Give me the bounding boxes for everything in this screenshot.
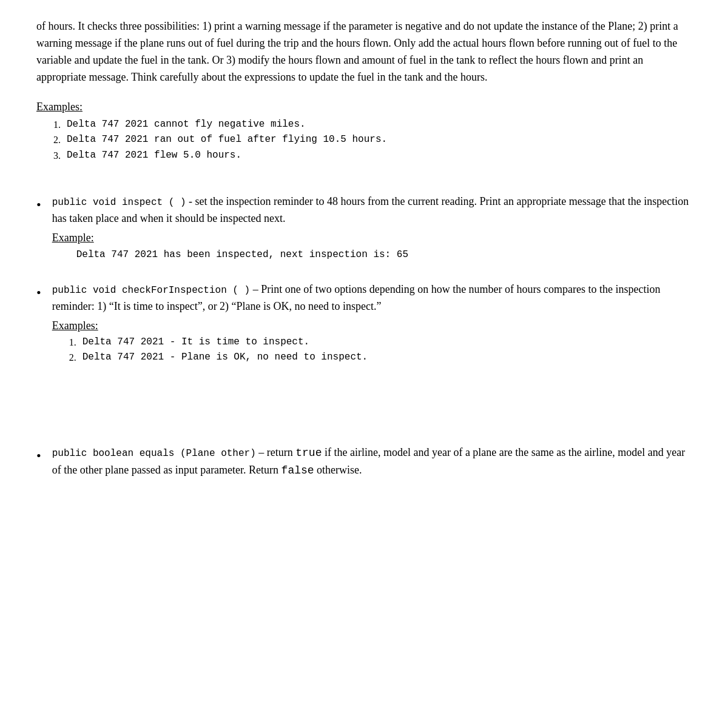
intro-examples-section: Examples: 1. Delta 747 2021 cannot fly n… [36,101,692,164]
list-item: 1. Delta 747 2021 - It is time to inspec… [64,335,692,350]
checkForInspection-signature: public void checkForInspection ( ) [52,285,250,296]
list-text: Delta 747 2021 - It is time to inspect. [83,335,309,350]
inspect-signature: public void inspect ( ) [52,197,186,208]
equals-dash: – [258,446,267,458]
bullet-dot-checkForInspection: • [36,283,41,303]
content-wrapper: of hours. It checks three possibilities:… [36,18,692,482]
checkForInspection-example-label: Examples: [52,318,692,335]
bullet-content-inspect: public void inspect ( ) - set the inspec… [52,193,692,263]
intro-paragraph: of hours. It checks three possibilities:… [36,18,692,86]
intro-examples-label: Examples: [36,101,692,113]
equals-text-3: otherwise. [314,464,362,476]
inspect-description: public void inspect ( ) - set the inspec… [52,193,692,227]
bullet-dot-equals: • [36,446,41,466]
equals-description: public boolean equals (Plane other) – re… [52,444,692,480]
intro-examples-list: 1. Delta 747 2021 cannot fly negative mi… [49,117,692,164]
list-item: 1. Delta 747 2021 cannot fly negative mi… [49,117,692,133]
list-item: 3. Delta 747 2021 flew 5.0 hours. [49,148,692,164]
bullet-inspect: • public void inspect ( ) - set the insp… [36,193,692,263]
equals-signature: public boolean equals (Plane other) [52,448,256,459]
inspect-example-label: Example: [52,230,692,247]
checkForInspection-example-block: Examples: 1. Delta 747 2021 - It is time… [52,318,692,366]
bullet-content-equals: public boolean equals (Plane other) – re… [52,444,692,482]
inspect-example-line: Delta 747 2021 has been inspected, next … [76,247,692,263]
list-num: 1. [64,335,76,350]
checkForInspection-description: public void checkForInspection ( ) – Pri… [52,281,692,315]
list-num: 3. [49,148,61,164]
bullet-content-checkForInspection: public void checkForInspection ( ) – Pri… [52,281,692,366]
inspect-dash: - [189,195,195,207]
list-item: 2. Delta 747 2021 - Plane is OK, no need… [64,350,692,366]
list-num: 2. [49,132,61,148]
checkForInspection-dash: – [253,283,261,295]
bullet-checkForInspection: • public void checkForInspection ( ) – P… [36,281,692,366]
list-item: 2. Delta 747 2021 ran out of fuel after … [49,132,692,148]
equals-text-1: return [267,446,295,458]
equals-true: true [295,447,322,459]
checkForInspection-examples-list: 1. Delta 747 2021 - It is time to inspec… [64,335,692,366]
bullet-equals: • public boolean equals (Plane other) – … [36,444,692,482]
list-text: Delta 747 2021 - Plane is OK, no need to… [83,350,368,366]
list-text: Delta 747 2021 cannot fly negative miles… [67,117,306,133]
list-text: Delta 747 2021 flew 5.0 hours. [67,148,241,164]
list-text: Delta 747 2021 ran out of fuel after fly… [67,132,387,148]
list-num: 2. [64,350,76,366]
list-num: 1. [49,117,61,133]
inspect-example-block: Example: Delta 747 2021 has been inspect… [52,230,692,263]
bullet-dot-inspect: • [36,195,41,215]
equals-false: false [281,464,314,477]
